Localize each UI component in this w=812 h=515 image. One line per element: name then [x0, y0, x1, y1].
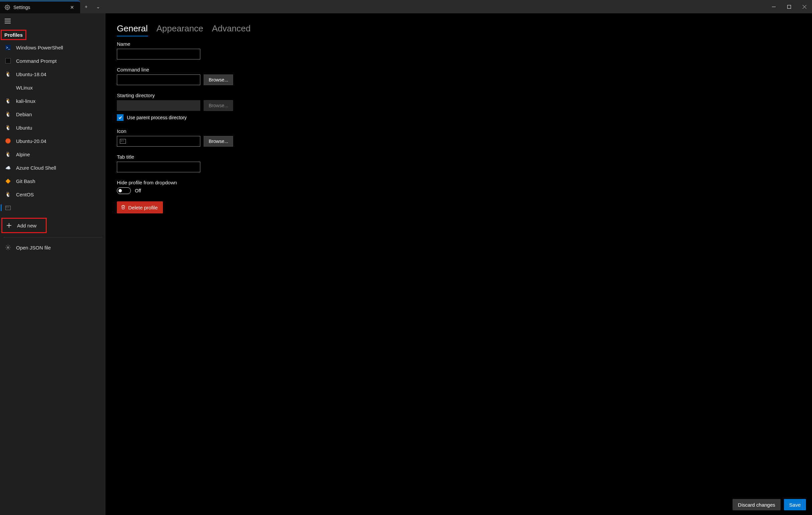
profile-icon [5, 84, 11, 91]
name-input[interactable] [117, 49, 200, 59]
profile-label: CentOS [16, 192, 34, 197]
maximize-button[interactable] [781, 0, 796, 13]
icon-label: Icon [117, 128, 801, 134]
profile-label: Ubuntu-18.04 [16, 71, 47, 77]
sidebar-section-profiles: Profiles [4, 32, 23, 38]
highlight-profiles: Profiles [1, 30, 26, 40]
discard-button[interactable]: Discard changes [732, 499, 781, 510]
profile-label: kali-linux [16, 98, 35, 104]
profile-label: WLinux [16, 85, 33, 90]
sidebar-item-profile[interactable]: 🔶Git Bash [0, 174, 106, 188]
icon-browse-button[interactable]: Browse... [204, 136, 233, 147]
sidebar: Profiles >_Windows PowerShellCommand Pro… [0, 13, 106, 515]
hideprofile-state: Off [135, 188, 141, 193]
delete-profile-button[interactable]: Delete profile [117, 201, 163, 213]
app-window: Settings ✕ + ⌄ [0, 0, 812, 515]
terminal-icon: C:\ [5, 204, 11, 211]
profile-label: Ubuntu-20.04 [16, 138, 47, 144]
sidebar-item-new-profile[interactable]: C:\ [0, 201, 106, 214]
tab-settings[interactable]: Settings ✕ [0, 1, 80, 13]
save-button[interactable]: Save [784, 499, 806, 510]
pivot-appearance[interactable]: Appearance [156, 23, 203, 36]
gear-icon [5, 5, 10, 10]
profile-label: Debian [16, 112, 32, 117]
profile-icon: 🐧 [5, 97, 11, 104]
pivot-general[interactable]: General [117, 23, 148, 36]
pivot-advanced[interactable]: Advanced [212, 23, 251, 36]
profile-label: Ubuntu [16, 125, 32, 131]
sidebar-item-profile[interactable]: >_Windows PowerShell [0, 41, 106, 54]
profile-icon: 🐧 [5, 71, 11, 78]
tabtitle-label: Tab title [117, 154, 801, 160]
profile-label: Azure Cloud Shell [16, 165, 56, 171]
commandline-browse-button[interactable]: Browse... [204, 75, 233, 85]
profile-list: >_Windows PowerShellCommand Prompt🐧Ubunt… [0, 41, 106, 201]
sidebar-item-profile[interactable]: 🐧kali-linux [0, 94, 106, 108]
add-new-button[interactable]: Add new [2, 219, 46, 232]
commandline-input[interactable] [117, 75, 200, 85]
profile-label: Command Prompt [16, 58, 57, 64]
profile-icon [5, 138, 11, 144]
hamburger-button[interactable] [0, 13, 106, 28]
sidebar-item-profile[interactable]: Ubuntu-20.04 [0, 134, 106, 148]
add-new-label: Add new [17, 223, 36, 228]
close-button[interactable] [796, 0, 812, 13]
pivot-tabs: General Appearance Advanced [117, 23, 801, 36]
startingdir-label: Starting directory [117, 92, 801, 98]
new-tab-button[interactable]: + [80, 4, 92, 9]
use-parent-checkbox[interactable] [117, 114, 123, 121]
delete-profile-label: Delete profile [128, 205, 157, 210]
profile-icon [5, 57, 11, 64]
profile-icon: 🐧 [5, 191, 11, 198]
title-bar: Settings ✕ + ⌄ [0, 0, 812, 13]
hideprofile-toggle[interactable] [117, 188, 131, 194]
gear-icon [5, 244, 11, 251]
minimize-button[interactable] [766, 0, 781, 13]
profile-label: Git Bash [16, 178, 35, 184]
profile-icon: 🔶 [5, 178, 11, 184]
profile-label: Windows PowerShell [16, 45, 63, 51]
commandline-label: Command line [117, 67, 801, 73]
sidebar-scroll[interactable]: Profiles >_Windows PowerShellCommand Pro… [0, 28, 106, 515]
highlight-add-new: Add new [1, 218, 47, 233]
footer: Discard changes Save [106, 494, 812, 515]
plus-icon [6, 222, 12, 229]
window-controls [766, 0, 812, 13]
startingdir-input [117, 100, 200, 111]
sidebar-item-profile[interactable]: WLinux [0, 81, 106, 94]
svg-rect-1 [787, 5, 791, 8]
content-area: General Appearance Advanced Name Command… [106, 13, 812, 515]
open-json-label: Open JSON file [16, 245, 51, 251]
profile-icon: 🐧 [5, 151, 11, 158]
name-label: Name [117, 41, 801, 47]
trash-icon [121, 205, 125, 210]
tab-actions: + ⌄ [80, 0, 104, 13]
content-scroll[interactable]: General Appearance Advanced Name Command… [106, 13, 812, 515]
icon-preview-icon: c:\ [120, 139, 126, 144]
profile-label: Alpine [16, 152, 30, 157]
open-json-button[interactable]: Open JSON file [0, 240, 106, 255]
use-parent-label: Use parent process directory [127, 115, 186, 120]
startingdir-browse-button: Browse... [204, 100, 233, 111]
tab-dropdown-button[interactable]: ⌄ [92, 4, 104, 9]
profile-icon: 🐧 [5, 124, 11, 131]
profile-icon: >_ [5, 44, 11, 51]
profile-icon: 🐧 [5, 111, 11, 118]
icon-input[interactable]: c:\ [117, 136, 200, 147]
tab-strip: Settings ✕ [0, 0, 80, 13]
hideprofile-label: Hide profile from dropdown [117, 180, 801, 185]
svg-point-2 [7, 247, 9, 249]
sidebar-item-profile[interactable]: Command Prompt [0, 54, 106, 67]
tab-title: Settings [13, 5, 65, 10]
app-body: Profiles >_Windows PowerShellCommand Pro… [0, 13, 812, 515]
tab-close-button[interactable]: ✕ [69, 3, 76, 11]
profile-icon: ☁️ [5, 164, 11, 171]
sidebar-item-profile[interactable]: 🐧Debian [0, 108, 106, 121]
svg-point-0 [7, 7, 8, 8]
tabtitle-input[interactable] [117, 162, 200, 172]
sidebar-item-profile[interactable]: 🐧Ubuntu [0, 121, 106, 134]
sidebar-item-profile[interactable]: 🐧Alpine [0, 148, 106, 161]
sidebar-item-profile[interactable]: ☁️Azure Cloud Shell [0, 161, 106, 174]
sidebar-item-profile[interactable]: 🐧Ubuntu-18.04 [0, 67, 106, 81]
sidebar-item-profile[interactable]: 🐧CentOS [0, 188, 106, 201]
